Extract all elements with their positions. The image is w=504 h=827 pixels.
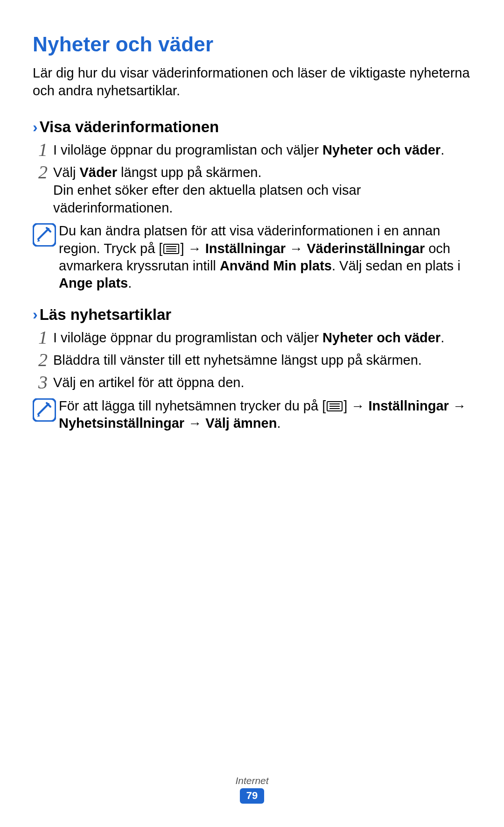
step-row: 1 I viloläge öppnar du programlistan och… [33, 328, 471, 347]
arrow-right-icon: → [449, 398, 466, 413]
text-bold: Väder [79, 165, 117, 180]
step-number: 1 [33, 141, 53, 159]
text-bold: Inställningar [368, 398, 448, 413]
section-heading-news: › Läs nyhetsartiklar [33, 306, 471, 324]
text: . [441, 142, 444, 157]
page-title: Nyheter och väder [33, 33, 471, 56]
step-number: 2 [33, 163, 53, 182]
text: För att lägga till nyhetsämnen trycker d… [59, 398, 326, 413]
text: Välj [53, 165, 79, 180]
page-number-badge: 79 [240, 788, 264, 804]
text-bold: Välj ämnen [205, 416, 277, 431]
section-heading-weather: › Visa väderinformationen [33, 118, 471, 136]
text: . [441, 330, 444, 345]
arrow-right-icon: → [351, 398, 368, 413]
note-block: För att lägga till nyhetsämnen trycker d… [33, 397, 471, 432]
menu-button-icon [327, 401, 343, 411]
step-number: 1 [33, 328, 53, 347]
text: ] [343, 398, 351, 413]
text: . [277, 416, 280, 431]
text: längst upp på skärmen. [117, 165, 262, 180]
svg-rect-1 [33, 399, 56, 421]
text-bold: Ange plats [59, 276, 128, 290]
step-text: I viloläge öppnar du programlistan och v… [53, 328, 471, 347]
section-title-news: Läs nyhetsartiklar [40, 306, 171, 324]
step-number: 3 [33, 373, 53, 392]
menu-button-icon [163, 244, 179, 254]
text-bold: Använd Min plats [220, 258, 332, 273]
note-icon [33, 397, 59, 422]
step-text: Välj en artikel för att öppna den. [53, 373, 471, 392]
arrow-right-icon: → [286, 241, 307, 256]
page-footer: Internet 79 [0, 775, 504, 804]
manual-page: Nyheter och väder Lär dig hur du visar v… [0, 0, 504, 827]
text: I viloläge öppnar du programlistan och v… [53, 330, 322, 345]
note-icon [33, 222, 59, 247]
svg-rect-0 [33, 224, 56, 246]
step-row: 1 I viloläge öppnar du programlistan och… [33, 141, 471, 159]
step-extra-line: Din enhet söker efter den aktuella plats… [53, 182, 471, 217]
step-row: 3 Välj en artikel för att öppna den. [33, 373, 471, 392]
footer-section-label: Internet [0, 775, 504, 786]
text-bold: Inställningar [205, 241, 286, 256]
step-text: Bläddra till vänster till ett nyhetsämne… [53, 351, 471, 369]
text-bold: Nyhetsinställningar [59, 416, 184, 431]
arrow-right-icon: → [188, 241, 205, 256]
step-row: 2 Bläddra till vänster till ett nyhetsäm… [33, 351, 471, 369]
text: I viloläge öppnar du programlistan och v… [53, 142, 322, 157]
step-row: 2 Välj Väder längst upp på skärmen. Din … [33, 163, 471, 217]
step-text: Välj Väder längst upp på skärmen. Din en… [53, 163, 471, 217]
chevron-right-icon: › [33, 306, 38, 323]
text-bold: Nyheter och väder [322, 330, 441, 345]
text-bold: Nyheter och väder [322, 142, 441, 157]
note-text: För att lägga till nyhetsämnen trycker d… [59, 397, 471, 432]
note-text: Du kan ändra platsen för att visa väderi… [59, 222, 471, 291]
intro-paragraph: Lär dig hur du visar väderinformationen … [33, 64, 471, 99]
text: . [128, 276, 132, 290]
arrow-right-icon: → [184, 416, 205, 431]
step-text: I viloläge öppnar du programlistan och v… [53, 141, 471, 159]
text: ] [180, 241, 188, 256]
chevron-right-icon: › [33, 119, 38, 136]
section-title-weather: Visa väderinformationen [40, 118, 219, 136]
text-bold: Väderinställningar [307, 241, 425, 256]
note-block: Du kan ändra platsen för att visa väderi… [33, 222, 471, 291]
text: . Välj sedan en plats i [332, 258, 461, 273]
step-number: 2 [33, 351, 53, 369]
